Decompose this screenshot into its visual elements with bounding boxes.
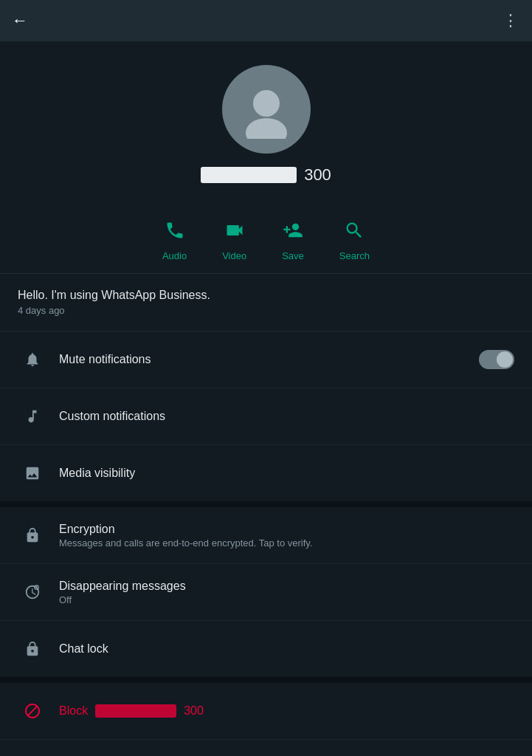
- chat-lock-content: Chat lock: [59, 642, 514, 656]
- block-icon: [18, 696, 47, 726]
- search-icon: [344, 220, 365, 246]
- block-label: Block: [59, 704, 88, 718]
- profile-section: 300: [0, 41, 532, 202]
- video-label: Video: [222, 250, 246, 261]
- settings-list-2: Encryption Messages and calls are end-to…: [0, 507, 532, 677]
- music-icon: [18, 402, 47, 431]
- mute-toggle[interactable]: [479, 350, 514, 369]
- chat-lock-item[interactable]: Chat lock: [0, 621, 532, 677]
- search-button[interactable]: Search: [339, 220, 370, 261]
- lock-icon: [18, 520, 47, 550]
- encryption-title: Encryption: [59, 523, 514, 536]
- bio-time: 4 days ago: [18, 305, 514, 316]
- disappearing-messages-item[interactable]: Disappearing messages Off: [0, 564, 532, 621]
- danger-section: Block 300 Report 300: [0, 683, 532, 756]
- bio-text: Hello. I'm using WhatsApp Business.: [18, 289, 514, 302]
- save-label: Save: [282, 250, 304, 261]
- block-text: Block 300: [59, 704, 204, 718]
- menu-button[interactable]: ⋮: [502, 11, 520, 30]
- custom-notifications-item[interactable]: Custom notifications: [0, 388, 532, 445]
- avatar: [222, 65, 311, 154]
- save-button[interactable]: Save: [282, 220, 304, 261]
- timer-icon: [18, 577, 47, 607]
- media-visibility-title: Media visibility: [59, 467, 514, 480]
- media-visibility-item[interactable]: Media visibility: [0, 445, 532, 501]
- audio-button[interactable]: Audio: [162, 220, 187, 261]
- image-icon: [18, 458, 47, 488]
- svg-point-1: [246, 118, 287, 139]
- divider-1: [0, 501, 532, 507]
- disappearing-messages-content: Disappearing messages Off: [59, 580, 514, 605]
- settings-list: Mute notifications Custom notifications …: [0, 331, 532, 501]
- encryption-subtitle: Messages and calls are end-to-end encryp…: [59, 537, 514, 549]
- mute-notifications-title: Mute notifications: [59, 353, 479, 366]
- header: ← ⋮: [0, 0, 532, 41]
- back-button[interactable]: ←: [12, 11, 28, 30]
- profile-name: 300: [201, 165, 331, 185]
- video-icon: [224, 220, 245, 246]
- report-icon: [18, 753, 47, 756]
- video-button[interactable]: Video: [222, 220, 246, 261]
- encryption-item[interactable]: Encryption Messages and calls are end-to…: [0, 507, 532, 564]
- report-item[interactable]: Report 300: [0, 740, 532, 756]
- search-label: Search: [339, 250, 370, 261]
- save-icon: [283, 220, 303, 246]
- audio-icon: [165, 220, 185, 246]
- svg-point-0: [253, 90, 280, 117]
- block-name-blur: [95, 704, 176, 718]
- block-item[interactable]: Block 300: [0, 683, 532, 740]
- encryption-content: Encryption Messages and calls are end-to…: [59, 523, 514, 549]
- custom-notifications-content: Custom notifications: [59, 410, 514, 423]
- block-number: 300: [184, 704, 204, 718]
- disappearing-messages-title: Disappearing messages: [59, 580, 514, 593]
- audio-label: Audio: [162, 250, 187, 261]
- disappearing-messages-subtitle: Off: [59, 594, 514, 605]
- action-buttons: Audio Video Save Search: [0, 202, 532, 274]
- chat-lock-title: Chat lock: [59, 642, 514, 656]
- bell-icon: [18, 345, 47, 374]
- mute-notifications-item[interactable]: Mute notifications: [0, 331, 532, 388]
- media-visibility-content: Media visibility: [59, 467, 514, 480]
- bio-section: Hello. I'm using WhatsApp Business. 4 da…: [0, 274, 532, 331]
- chat-lock-icon: [18, 634, 47, 664]
- profile-number: 300: [304, 165, 331, 185]
- custom-notifications-title: Custom notifications: [59, 410, 514, 423]
- name-blur: [201, 167, 297, 183]
- mute-notifications-content: Mute notifications: [59, 353, 479, 366]
- divider-2: [0, 677, 532, 683]
